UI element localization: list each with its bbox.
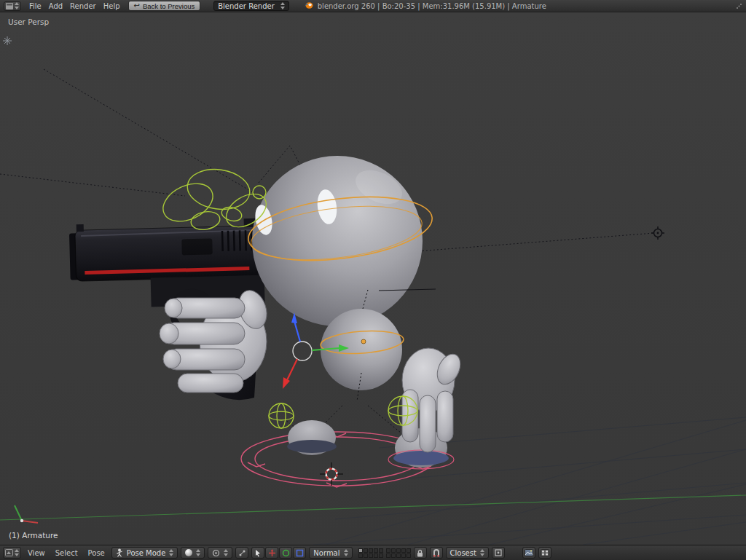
magnet-icon <box>433 549 440 557</box>
info-header: File Add Render Help ↩ Back to Previous … <box>0 0 746 12</box>
view3d-editor-icon <box>5 549 13 556</box>
editor-type-selector-info[interactable] <box>4 1 21 11</box>
editor-type-selector-3dview[interactable] <box>3 547 21 559</box>
editor-dropdown-arrows <box>15 549 19 556</box>
center-points-icon <box>238 549 246 557</box>
status-text: blender.org 260 | Bo:20-35 | Mem:31.96M … <box>318 2 546 10</box>
layer-cell[interactable] <box>369 553 373 558</box>
layer-cell[interactable] <box>379 548 383 553</box>
view-name-label: User Persp <box>8 17 49 26</box>
layers-widget[interactable] <box>358 548 411 558</box>
pointer-icon <box>254 549 262 557</box>
layer-cell[interactable] <box>358 553 363 558</box>
opengl-render-animation-button[interactable] <box>538 547 551 559</box>
layer-cell[interactable] <box>374 553 378 558</box>
blender-logo-icon <box>304 1 313 11</box>
layer-cell[interactable] <box>386 548 390 553</box>
bone-head-dot <box>361 339 366 344</box>
layer-cell[interactable] <box>407 553 411 558</box>
render-engine-select[interactable]: Blender Render <box>213 1 289 11</box>
gun-front-sight <box>76 224 84 232</box>
manipulate-center-points-toggle[interactable] <box>235 547 248 559</box>
editor-dropdown-arrows <box>15 2 19 9</box>
scale-icon <box>296 549 304 557</box>
menu-file[interactable]: File <box>25 2 45 10</box>
layer-cell[interactable] <box>407 548 411 553</box>
corner-grip-icon[interactable] <box>736 3 742 9</box>
view3d-header: View Select Pose Pose Mode <box>0 545 746 560</box>
layer-cell[interactable] <box>364 548 368 553</box>
layer-cell[interactable] <box>396 548 401 553</box>
layer-cell[interactable] <box>374 548 378 553</box>
layer-cell[interactable] <box>369 548 373 553</box>
layer-cell[interactable] <box>396 553 401 558</box>
pivot-icon <box>212 549 220 557</box>
viewport-shading-select[interactable] <box>181 547 205 559</box>
opengl-render-button[interactable] <box>522 547 535 559</box>
manipulator-pointer-toggle[interactable] <box>251 547 264 559</box>
menu-add[interactable]: Add <box>45 2 66 10</box>
right-sole <box>393 451 449 465</box>
mode-select[interactable]: Pose Mode <box>111 547 178 559</box>
translate-manipulator-toggle[interactable] <box>265 547 278 559</box>
back-arrow-icon: ↩ <box>134 2 140 9</box>
blender-window: File Add Render Help ↩ Back to Previous … <box>0 0 746 560</box>
lock-to-scene-toggle[interactable] <box>414 547 427 559</box>
snap-target-value: Closest <box>450 549 476 557</box>
render-animation-icon <box>541 549 549 556</box>
layer-cell[interactable] <box>364 553 368 558</box>
menu-view[interactable]: View <box>24 549 49 557</box>
menu-help[interactable]: Help <box>100 2 124 10</box>
engine-dropdown-arrows <box>280 2 285 9</box>
active-object-label: (1) Armature <box>9 531 58 540</box>
layer-cell[interactable] <box>386 553 390 558</box>
layer-cell[interactable] <box>358 548 363 553</box>
layer-cell[interactable] <box>391 548 396 553</box>
layer-group-1[interactable] <box>358 548 383 558</box>
layer-cell[interactable] <box>379 553 383 558</box>
menu-select[interactable]: Select <box>52 549 82 557</box>
scene-canvas[interactable] <box>0 12 746 545</box>
lock-icon <box>417 549 423 557</box>
rotate-manipulator-toggle[interactable] <box>279 547 292 559</box>
layer-cell[interactable] <box>401 553 406 558</box>
layer-cell[interactable] <box>401 548 406 553</box>
menu-pose[interactable]: Pose <box>85 549 109 557</box>
pose-mode-icon <box>116 548 123 557</box>
layer-cell[interactable] <box>391 553 396 558</box>
transform-orientation-select[interactable]: Normal <box>309 547 352 559</box>
render-image-icon <box>525 549 533 556</box>
back-to-previous-button[interactable]: ↩ Back to Previous <box>128 1 201 11</box>
mode-dropdown-arrows <box>169 549 173 556</box>
translate-icon <box>268 549 276 557</box>
shading-dropdown-arrows <box>196 549 200 556</box>
pivot-point-select[interactable] <box>208 547 232 559</box>
viewport-3d[interactable]: User Persp (1) Armature <box>0 12 746 545</box>
character-head-mesh[interactable] <box>252 156 423 326</box>
left-sole <box>287 440 337 453</box>
pivot-dropdown-arrows <box>224 549 228 556</box>
snap-target-select[interactable]: Closest <box>446 547 489 559</box>
shading-sphere-icon <box>185 549 192 556</box>
manipulator-toggles <box>251 547 306 559</box>
render-engine-value: Blender Render <box>218 2 275 10</box>
info-menus: File Add Render Help <box>25 2 124 10</box>
orientation-dropdown-arrows <box>344 549 348 556</box>
back-button-label: Back to Previous <box>143 2 195 10</box>
rotate-icon <box>282 549 290 557</box>
scale-manipulator-toggle[interactable] <box>293 547 306 559</box>
orientation-value: Normal <box>313 549 339 557</box>
snap-dropdown-arrows <box>480 549 484 556</box>
character-body-mesh[interactable] <box>321 309 402 390</box>
menu-render[interactable]: Render <box>66 2 100 10</box>
snap-element-icon <box>495 549 502 556</box>
snap-element-button[interactable] <box>492 547 505 559</box>
snap-toggle[interactable] <box>430 547 443 559</box>
info-editor-icon <box>6 3 13 9</box>
mode-value: Pose Mode <box>127 549 166 557</box>
layer-group-2[interactable] <box>386 548 411 558</box>
